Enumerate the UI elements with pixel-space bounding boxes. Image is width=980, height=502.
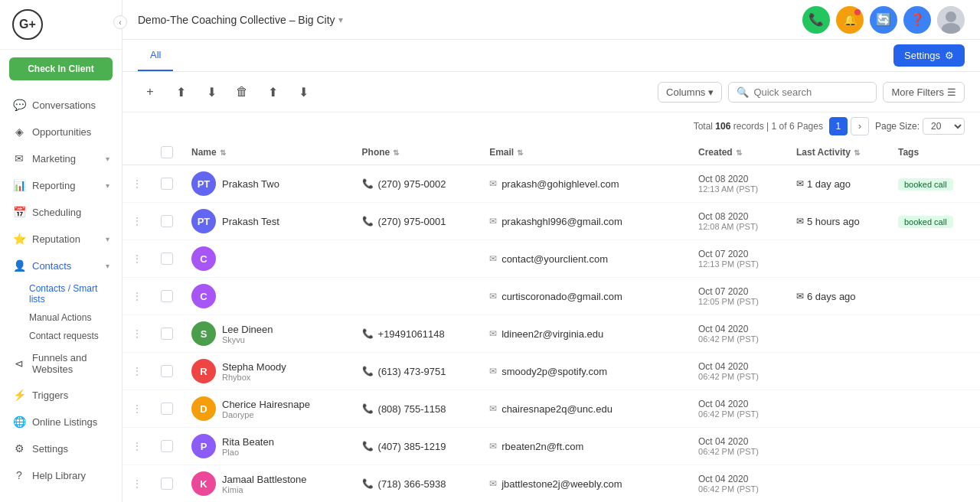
chevron-down-icon: ▾: [106, 235, 109, 243]
phone-number: (718) 366-5938: [378, 478, 446, 490]
sidebar-item-scheduling[interactable]: 📅 Scheduling: [3, 199, 119, 225]
add-button[interactable]: +: [138, 80, 162, 104]
main-content: Demo-The Coaching Collective – Big City …: [122, 0, 980, 502]
row-name[interactable]: C: [182, 240, 353, 278]
row-name[interactable]: R Stepha Moody Rhybox: [182, 353, 353, 390]
sidebar-item-opportunities[interactable]: ◈ Opportunities: [3, 119, 119, 145]
row-menu[interactable]: ⋮: [122, 240, 152, 278]
row-checkbox: [152, 278, 182, 315]
created-time: 12:05 PM (PST): [698, 297, 778, 306]
sidebar-item-reporting[interactable]: 📊 Reporting ▾: [3, 172, 119, 198]
row-select-checkbox[interactable]: [161, 178, 173, 190]
refresh-button[interactable]: 🔄: [870, 6, 897, 34]
sidebar-item-conversations[interactable]: 💬 Conversations: [3, 92, 119, 118]
table-row: ⋮ PT Prakash Two 📞(270) 975-0002 ✉prakas…: [122, 165, 980, 203]
sidebar-item-manual-actions[interactable]: Manual Actions: [0, 308, 122, 327]
contact-name: Prakash Two: [222, 178, 279, 190]
select-all-checkbox[interactable]: [161, 146, 173, 158]
row-name[interactable]: C: [182, 278, 353, 315]
created-date: Oct 04 2020: [698, 436, 778, 447]
sidebar-collapse-button[interactable]: ‹: [113, 15, 127, 29]
row-menu[interactable]: ⋮: [122, 428, 152, 465]
sidebar-item-triggers[interactable]: ⚡ Triggers: [3, 382, 119, 408]
download-button[interactable]: ⬇: [291, 80, 315, 104]
notification-badge: [854, 9, 861, 15]
tab-all[interactable]: All: [138, 40, 173, 71]
page-size-select[interactable]: 20 50 100: [923, 118, 965, 135]
phone-number: (270) 975-0002: [378, 178, 446, 190]
sidebar-item-contact-requests[interactable]: Contact requests: [0, 327, 122, 345]
contact-avatar: PT: [191, 171, 216, 196]
sidebar-item-label: Funnels and Websites: [32, 352, 109, 375]
th-last-activity[interactable]: Last Activity⇅: [787, 140, 889, 165]
share-button[interactable]: ⬆: [260, 80, 285, 104]
th-created[interactable]: Created⇅: [689, 140, 787, 165]
page-1-button[interactable]: 1: [829, 117, 848, 135]
row-created: Oct 04 2020 06:42 PM (PST): [689, 390, 787, 428]
more-filters-button[interactable]: More Filters ☰: [883, 82, 965, 103]
row-name[interactable]: S Lee Dineen Skyvu: [182, 315, 353, 353]
row-name[interactable]: D Cherice Hairesnape Daorype: [182, 390, 353, 428]
sidebar-item-label: Contacts: [32, 260, 100, 272]
row-menu[interactable]: ⋮: [122, 353, 152, 390]
created-date: Oct 07 2020: [698, 249, 778, 259]
row-select-checkbox[interactable]: [161, 215, 173, 227]
sidebar-item-contacts[interactable]: 👤 Contacts ▾: [3, 253, 119, 279]
user-avatar[interactable]: [937, 6, 965, 34]
row-menu[interactable]: ⋮: [122, 465, 152, 503]
row-menu[interactable]: ⋮: [122, 278, 152, 315]
search-box[interactable]: 🔍: [728, 82, 877, 103]
row-select-checkbox[interactable]: [161, 253, 173, 265]
row-menu[interactable]: ⋮: [122, 165, 152, 203]
import-button[interactable]: ⬆: [168, 80, 193, 104]
th-email[interactable]: Email⇅: [480, 140, 689, 165]
export-button[interactable]: ⬇: [199, 80, 224, 104]
sidebar-item-reputation[interactable]: ⭐ Reputation ▾: [3, 226, 119, 252]
email-address: prakash@gohighlevel.com: [501, 178, 619, 190]
sidebar-item-contacts-smart-lists[interactable]: Contacts / Smart lists: [0, 279, 122, 308]
row-menu[interactable]: ⋮: [122, 390, 152, 428]
row-name[interactable]: P Rita Beaten Plao: [182, 428, 353, 465]
contact-company: Kimia: [222, 485, 307, 494]
sidebar-item-online-listings[interactable]: 🌐 Online Listings: [3, 409, 119, 435]
row-select-checkbox[interactable]: [161, 478, 173, 490]
row-name[interactable]: PT Prakash Two: [182, 165, 353, 203]
row-select-checkbox[interactable]: [161, 290, 173, 302]
contact-details: Cherice Hairesnape Daorype: [222, 399, 310, 419]
settings-button[interactable]: Settings ⚙: [893, 44, 965, 67]
phone-number: (270) 975-0001: [378, 216, 446, 227]
columns-button[interactable]: Columns ▾: [658, 82, 722, 103]
sidebar-item-funnels[interactable]: ⊲ Funnels and Websites: [3, 346, 119, 381]
created-time: 06:42 PM (PST): [698, 447, 778, 456]
row-select-checkbox[interactable]: [161, 403, 173, 415]
activity-sort-icon: ⇅: [854, 148, 860, 157]
sidebar-item-marketing[interactable]: ✉ Marketing ▾: [3, 145, 119, 171]
row-name[interactable]: PT Prakash Test: [182, 203, 353, 240]
row-menu[interactable]: ⋮: [122, 315, 152, 353]
row-name[interactable]: K Jamaal Battlestone Kimia: [182, 465, 353, 503]
row-select-checkbox[interactable]: [161, 328, 173, 340]
sidebar-item-help-library[interactable]: ? Help Library: [3, 462, 119, 488]
row-created: Oct 04 2020 06:42 PM (PST): [689, 465, 787, 503]
row-menu[interactable]: ⋮: [122, 203, 152, 240]
row-select-checkbox[interactable]: [161, 440, 173, 452]
contact-name: Stepha Moody: [222, 361, 286, 373]
notifications-button[interactable]: 🔔: [836, 6, 864, 34]
contact-details: Stepha Moody Rhybox: [222, 361, 286, 382]
row-checkbox: [152, 315, 182, 353]
row-select-checkbox[interactable]: [161, 365, 173, 377]
phone-number: +19491061148: [378, 328, 445, 340]
workspace-title[interactable]: Demo-The Coaching Collective – Big City …: [138, 14, 343, 26]
th-phone[interactable]: Phone⇅: [353, 140, 481, 165]
check-in-button[interactable]: Check In Client: [9, 57, 113, 80]
created-time: 12:13 PM (PST): [698, 259, 778, 269]
search-input[interactable]: [753, 86, 868, 98]
delete-button[interactable]: 🗑: [230, 80, 254, 104]
th-name[interactable]: Name⇅: [182, 140, 353, 165]
phone-button[interactable]: 📞: [802, 6, 830, 34]
row-activity: ✉5 hours ago: [787, 203, 889, 240]
help-button[interactable]: ❓: [903, 6, 931, 34]
sidebar-item-settings[interactable]: ⚙ Settings: [3, 435, 119, 461]
contact-name: Rita Beaten: [222, 436, 274, 448]
next-page-button[interactable]: ›: [851, 117, 869, 135]
